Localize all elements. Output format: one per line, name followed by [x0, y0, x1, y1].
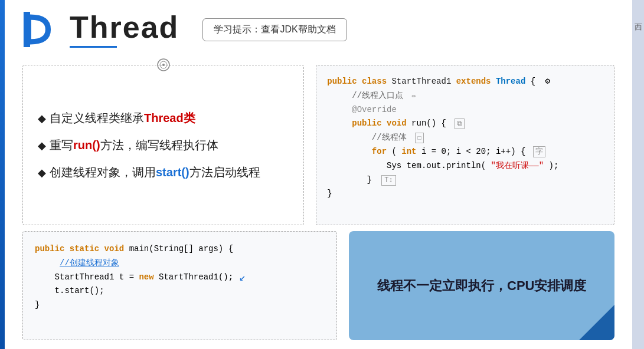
bottom-code-line-5: }	[35, 298, 325, 312]
point-item-2: ◆ 重写run()方法，编写线程执行体	[38, 137, 289, 153]
top-code-box: public class StartThread1 extends Thread…	[316, 65, 614, 225]
bullet-1: ◆	[38, 111, 46, 126]
right-sidebar: 西	[632, 0, 644, 349]
logo-icon	[22, 12, 52, 47]
points-box: ◆ 自定义线程类继承Thread类 ◆ 重写run()方法，编写线程执行体 ◆ …	[22, 65, 304, 225]
bottom-code-box: public static void main(String[] args) {…	[22, 231, 337, 340]
main-content: ◆ 自定义线程类继承Thread类 ◆ 重写run()方法，编写线程执行体 ◆ …	[5, 59, 632, 349]
box-icon: ☐	[415, 133, 424, 143]
pencil-icon: ✏	[411, 91, 416, 100]
hint-box: 学习提示：查看JDK帮助文档	[202, 18, 346, 41]
bottom-code-line-3-container: StartThread1 t = new StartThread1(); ↙	[35, 271, 325, 285]
code-line-6: for ( int i = 0; i < 20; i++) { 字	[327, 145, 603, 159]
svg-rect-0	[24, 12, 30, 47]
point-item-3: ◆ 创建线程对象，调用start()方法启动线程	[38, 164, 289, 180]
target-circle-icon	[157, 58, 170, 71]
code-line-2: //线程入口点 ✏	[327, 89, 603, 103]
copy-icon: ⧉	[455, 118, 465, 129]
title-underline	[70, 46, 117, 48]
info-text: 线程不一定立即执行，CPU安排调度	[377, 277, 586, 295]
left-accent-bar	[0, 0, 5, 349]
bottom-code-line-2: //创建线程对象	[35, 256, 325, 271]
triangle-decoration	[579, 305, 614, 340]
code-line-5: //线程体 ☐	[327, 131, 603, 145]
top-section: ◆ 自定义线程类继承Thread类 ◆ 重写run()方法，编写线程执行体 ◆ …	[5, 59, 632, 231]
bottom-code-line-4: t.start();	[35, 284, 325, 298]
header: Thread 学习提示：查看JDK帮助文档	[5, 0, 644, 59]
svg-point-3	[162, 64, 165, 66]
gear-icon: ⚙	[545, 77, 550, 86]
info-box: 线程不一定立即执行，CPU安排调度	[349, 231, 614, 340]
arrow-annotation: ↙	[239, 271, 246, 284]
code-line-9: }	[327, 187, 603, 201]
textbox-icon: T↕	[381, 175, 395, 186]
highlight-run: run()	[73, 139, 100, 152]
code-line-4: public void run() { ⧉	[327, 117, 603, 131]
highlight-start: start()	[156, 166, 189, 179]
title-block: Thread	[70, 12, 179, 48]
bullet-2: ◆	[38, 139, 46, 153]
comment-highlight: //创建线程对象	[60, 258, 119, 268]
highlight-thread-class: Thread类	[144, 111, 195, 124]
page-title: Thread	[70, 12, 179, 42]
code-line-1: public class StartThread1 extends Thread…	[327, 75, 603, 89]
code-line-3: @Override	[327, 103, 603, 117]
bottom-section: public static void main(String[] args) {…	[5, 231, 632, 349]
char-icon: 字	[533, 146, 545, 157]
bullet-3: ◆	[38, 166, 46, 180]
bottom-code-line-3: StartThread1 t = new StartThread1();	[35, 271, 233, 285]
point-item-1: ◆ 自定义线程类继承Thread类	[38, 110, 289, 126]
code-line-7: Sys tem.out.println( "我在听课——" );	[327, 159, 603, 173]
bottom-code-line-1: public static void main(String[] args) {	[35, 242, 325, 256]
code-line-8: } T↕	[327, 173, 603, 187]
